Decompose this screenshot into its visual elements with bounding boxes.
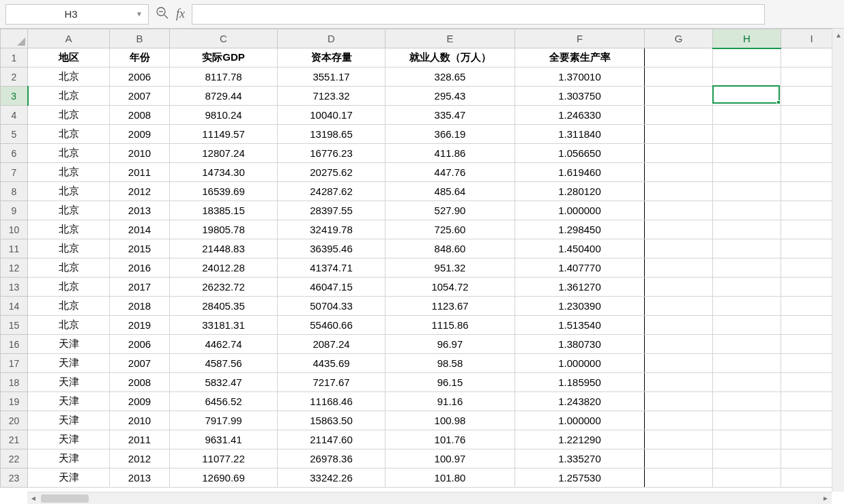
- cell-F10[interactable]: 1.298450: [515, 220, 645, 239]
- cell-E9[interactable]: 527.90: [385, 201, 515, 220]
- cell-F4[interactable]: 1.246330: [515, 106, 645, 125]
- row-header-15[interactable]: 15: [1, 316, 28, 335]
- cell-H3[interactable]: [713, 87, 781, 106]
- cell-E10[interactable]: 725.60: [385, 220, 515, 239]
- cell-G18[interactable]: [645, 373, 713, 392]
- cell-A5[interactable]: 北京: [28, 125, 110, 144]
- cell-F21[interactable]: 1.221290: [515, 430, 645, 449]
- cell-E13[interactable]: 1054.72: [385, 278, 515, 297]
- row-header-20[interactable]: 20: [1, 411, 28, 430]
- row-header-23[interactable]: 23: [1, 469, 28, 488]
- cell-E15[interactable]: 1115.86: [385, 316, 515, 335]
- zoom-out-icon[interactable]: [156, 6, 169, 22]
- row-header-12[interactable]: 12: [1, 258, 28, 278]
- cell-A3[interactable]: 北京: [28, 87, 110, 106]
- cell-E22[interactable]: 100.97: [385, 449, 515, 469]
- col-header-B[interactable]: B: [110, 29, 170, 48]
- cell-H23[interactable]: [713, 469, 781, 488]
- cell-G23[interactable]: [645, 469, 713, 488]
- cell-G9[interactable]: [645, 201, 713, 220]
- name-box[interactable]: H3 ▼: [5, 4, 149, 25]
- col-header-G[interactable]: G: [645, 29, 713, 48]
- col-header-C[interactable]: C: [170, 29, 278, 48]
- cell-H21[interactable]: [713, 430, 781, 449]
- cell-H4[interactable]: [713, 106, 781, 125]
- row-header-1[interactable]: 1: [1, 48, 28, 68]
- cell-D17[interactable]: 4435.69: [278, 354, 385, 373]
- cell-F22[interactable]: 1.335270: [515, 449, 645, 469]
- cell-F20[interactable]: 1.000000: [515, 411, 645, 430]
- cell-D14[interactable]: 50704.33: [278, 297, 385, 316]
- cell-E4[interactable]: 335.47: [385, 106, 515, 125]
- cell-G3[interactable]: [645, 87, 713, 106]
- cell-B2[interactable]: 2006: [110, 68, 170, 87]
- cell-D10[interactable]: 32419.78: [278, 220, 385, 239]
- cell-C4[interactable]: 9810.24: [170, 106, 278, 125]
- cell-H9[interactable]: [713, 201, 781, 220]
- cell-D8[interactable]: 24287.62: [278, 182, 385, 201]
- cell-E19[interactable]: 91.16: [385, 392, 515, 411]
- cell-G5[interactable]: [645, 125, 713, 144]
- cell-H2[interactable]: [713, 68, 781, 87]
- cell-B11[interactable]: 2015: [110, 239, 170, 258]
- row-header-21[interactable]: 21: [1, 430, 28, 449]
- cell-C18[interactable]: 5832.47: [170, 373, 278, 392]
- row-header-16[interactable]: 16: [1, 335, 28, 354]
- cell-F9[interactable]: 1.000000: [515, 201, 645, 220]
- cell-F1[interactable]: 全要素生产率: [515, 48, 645, 68]
- spreadsheet-grid[interactable]: ABCDEFGHI1地区年份实际GDP资本存量就业人数（万人）全要素生产率2北京…: [0, 29, 843, 488]
- row-header-14[interactable]: 14: [1, 297, 28, 316]
- cell-E18[interactable]: 96.15: [385, 373, 515, 392]
- cell-G13[interactable]: [645, 278, 713, 297]
- cell-D12[interactable]: 41374.71: [278, 258, 385, 278]
- cell-C23[interactable]: 12690.69: [170, 469, 278, 488]
- cell-F19[interactable]: 1.243820: [515, 392, 645, 411]
- cell-G17[interactable]: [645, 354, 713, 373]
- cell-G2[interactable]: [645, 68, 713, 87]
- cell-B8[interactable]: 2012: [110, 182, 170, 201]
- cell-C3[interactable]: 8729.44: [170, 87, 278, 106]
- cell-A20[interactable]: 天津: [28, 411, 110, 430]
- cell-B18[interactable]: 2008: [110, 373, 170, 392]
- cell-A2[interactable]: 北京: [28, 68, 110, 87]
- cell-G10[interactable]: [645, 220, 713, 239]
- cell-E8[interactable]: 485.64: [385, 182, 515, 201]
- cell-D19[interactable]: 11168.46: [278, 392, 385, 411]
- cell-D6[interactable]: 16776.23: [278, 144, 385, 163]
- cell-H15[interactable]: [713, 316, 781, 335]
- cell-F3[interactable]: 1.303750: [515, 87, 645, 106]
- cell-E6[interactable]: 411.86: [385, 144, 515, 163]
- cell-F7[interactable]: 1.619460: [515, 163, 645, 182]
- row-header-5[interactable]: 5: [1, 125, 28, 144]
- cell-G6[interactable]: [645, 144, 713, 163]
- cell-E21[interactable]: 101.76: [385, 430, 515, 449]
- cell-B23[interactable]: 2013: [110, 469, 170, 488]
- row-header-11[interactable]: 11: [1, 239, 28, 258]
- cell-C12[interactable]: 24012.28: [170, 258, 278, 278]
- cell-C10[interactable]: 19805.78: [170, 220, 278, 239]
- cell-D2[interactable]: 3551.17: [278, 68, 385, 87]
- cell-H22[interactable]: [713, 449, 781, 469]
- cell-A19[interactable]: 天津: [28, 392, 110, 411]
- col-header-E[interactable]: E: [385, 29, 515, 48]
- formula-input[interactable]: [192, 4, 765, 25]
- cell-D9[interactable]: 28397.55: [278, 201, 385, 220]
- cell-H16[interactable]: [713, 335, 781, 354]
- cell-D13[interactable]: 46047.15: [278, 278, 385, 297]
- cell-G4[interactable]: [645, 106, 713, 125]
- select-all-corner[interactable]: [1, 29, 28, 48]
- cell-D11[interactable]: 36395.46: [278, 239, 385, 258]
- cell-C16[interactable]: 4462.74: [170, 335, 278, 354]
- cell-C7[interactable]: 14734.30: [170, 163, 278, 182]
- cell-B6[interactable]: 2010: [110, 144, 170, 163]
- cell-B16[interactable]: 2006: [110, 335, 170, 354]
- cell-E12[interactable]: 951.32: [385, 258, 515, 278]
- cell-D22[interactable]: 26978.36: [278, 449, 385, 469]
- col-header-F[interactable]: F: [515, 29, 645, 48]
- cell-C2[interactable]: 8117.78: [170, 68, 278, 87]
- name-box-dropdown-icon[interactable]: ▼: [136, 10, 148, 18]
- cell-E11[interactable]: 848.60: [385, 239, 515, 258]
- cell-E1[interactable]: 就业人数（万人）: [385, 48, 515, 68]
- row-header-8[interactable]: 8: [1, 182, 28, 201]
- row-header-17[interactable]: 17: [1, 354, 28, 373]
